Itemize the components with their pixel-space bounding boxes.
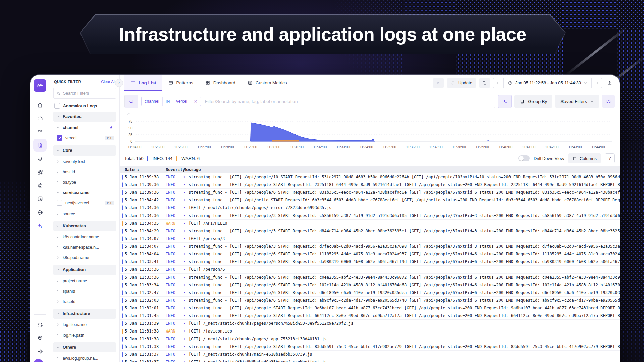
- filter-field-log-file-path[interactable]: log.file.path: [53, 330, 116, 340]
- expand-row-icon[interactable]: [184, 253, 189, 255]
- ai-filter-button[interactable]: [498, 95, 512, 108]
- table-row[interactable]: 5 Jan 11:34:42INFOstreaming_func - [GET]…: [120, 196, 620, 204]
- tab-custom-metrics[interactable]: Custom Metrics: [241, 75, 293, 91]
- user-avatar[interactable]: [33, 359, 43, 362]
- query-builder-button[interactable]: [125, 95, 138, 108]
- filter-field-k8s-container-name[interactable]: k8s.container.name: [53, 232, 116, 242]
- table-row[interactable]: 5 Jan 11:34:07INFOstreaming_func - [GET]…: [120, 243, 620, 250]
- filter-field-k8s-namespace-n-[interactable]: k8s.namespace.n...: [53, 242, 116, 252]
- table-row[interactable]: 5 Jan 11:34:07INFO[GET] /person/3: [120, 235, 620, 243]
- time-shift-back-button[interactable]: [493, 78, 503, 88]
- filter-field-log-file-name[interactable]: log.file.name: [53, 319, 116, 330]
- filter-field-channel[interactable]: channel: [53, 122, 116, 133]
- table-row[interactable]: 5 Jan 11:32:01INFOstreaming_func - [GET]…: [120, 304, 620, 312]
- alerts-icon[interactable]: [33, 152, 47, 165]
- expand-row-icon[interactable]: [184, 230, 189, 232]
- expand-row-icon[interactable]: [184, 191, 189, 193]
- expand-row-icon[interactable]: [184, 207, 189, 209]
- tab-patterns[interactable]: Patterns: [162, 75, 199, 91]
- saved-filters-button[interactable]: Saved Filters: [555, 95, 599, 108]
- filter-field-traceid[interactable]: traceId: [53, 296, 116, 307]
- expand-row-icon[interactable]: [184, 222, 189, 224]
- expand-row-icon[interactable]: [184, 199, 189, 201]
- expand-row-icon[interactable]: [184, 338, 189, 340]
- expand-row-icon[interactable]: [184, 346, 189, 348]
- filter-value-vercel[interactable]: vercel150: [53, 133, 116, 143]
- filter-section-application[interactable]: Application: [53, 265, 116, 275]
- histogram-chart[interactable]: 755025011:24:0011:25:0011:26:0011:27:001…: [124, 117, 615, 151]
- expand-row-icon[interactable]: [184, 261, 189, 263]
- expand-row-icon[interactable]: [184, 238, 189, 240]
- table-row[interactable]: 5 Jan 11:34:36INFOstreaming_func - [GET]…: [120, 212, 620, 220]
- expand-row-icon[interactable]: [184, 268, 189, 270]
- play-button[interactable]: [433, 78, 444, 88]
- table-row[interactable]: 5 Jan 11:31:39INFO[GET] /_next/static/ch…: [120, 320, 620, 327]
- filter-chip-value[interactable]: vercel: [173, 97, 190, 106]
- expand-row-icon[interactable]: [184, 299, 189, 301]
- app-logo[interactable]: [34, 79, 46, 92]
- filter-field-os-type[interactable]: os.type: [53, 177, 116, 187]
- columns-button[interactable]: Columns: [568, 153, 601, 163]
- dashboards-icon[interactable]: [33, 166, 47, 178]
- filter-field-severitytext[interactable]: severityText: [53, 156, 116, 167]
- filter-section-infrastructure[interactable]: Infrastructure: [53, 309, 116, 319]
- filter-field-project-name[interactable]: project.name: [53, 276, 116, 286]
- table-row[interactable]: 5 Jan 11:32:47INFOstreaming_func - [GET]…: [120, 289, 620, 297]
- filter-chip[interactable]: channel IN vercel ✕: [141, 97, 201, 106]
- expand-row-icon[interactable]: [184, 315, 189, 317]
- services-icon[interactable]: [33, 112, 47, 125]
- tab-dashboard[interactable]: Dashboard: [199, 75, 241, 91]
- expand-row-icon[interactable]: [184, 322, 189, 324]
- value-checkbox[interactable]: [57, 200, 62, 206]
- time-range-picker[interactable]: Jan 05 11:22:58 - Jan 05 11:44:30: [503, 78, 592, 88]
- export-button[interactable]: [605, 78, 615, 88]
- table-row[interactable]: 5 Jan 11:31:37INFO[GET] /_next/static/A3…: [120, 358, 620, 362]
- expand-row-icon[interactable]: [184, 245, 189, 247]
- expand-row-icon[interactable]: [184, 176, 189, 178]
- table-row[interactable]: 5 Jan 11:31:38WARN[GET] /favicon.ico: [120, 327, 620, 335]
- traces-icon[interactable]: [33, 125, 47, 138]
- date-column-header[interactable]: Date ↓: [125, 167, 166, 172]
- filter-section-kubernetes[interactable]: Kubernetes: [53, 221, 116, 231]
- table-row[interactable]: 5 Jan 11:31:45INFOstreaming_func - [GET]…: [120, 312, 620, 320]
- filter-chip-close-icon[interactable]: ✕: [191, 97, 201, 106]
- filter-section-others[interactable]: Others: [53, 342, 116, 352]
- table-row[interactable]: 5 Jan 11:31:37INFO[GET] /_next/static/ch…: [120, 351, 620, 358]
- table-row[interactable]: 5 Jan 11:31:38INFOstreaming_func - [GET]…: [120, 343, 620, 351]
- package-icon[interactable]: [33, 331, 47, 344]
- filter-field-source[interactable]: source: [53, 208, 116, 219]
- filter-section-core[interactable]: Core: [53, 145, 116, 156]
- message-column-header[interactable]: Message: [184, 167, 620, 172]
- table-row[interactable]: 5 Jan 11:33:34INFOstreaming_func - [GET]…: [120, 281, 620, 289]
- clear-all-link[interactable]: Clear All: [101, 80, 115, 84]
- expand-row-icon[interactable]: [184, 276, 189, 278]
- copy-button[interactable]: [479, 78, 490, 88]
- save-filter-button[interactable]: [602, 95, 615, 108]
- update-button[interactable]: Update: [447, 78, 476, 88]
- integrations-icon[interactable]: [33, 206, 47, 219]
- expand-row-icon[interactable]: [184, 284, 189, 286]
- settings-icon[interactable]: [33, 345, 47, 358]
- help-button[interactable]: ?: [605, 153, 615, 163]
- filter-field-service-name[interactable]: service.name: [53, 187, 116, 198]
- table-row[interactable]: 5 Jan 11:34:35WARN[GET] /API/HELLO: [120, 220, 620, 227]
- expand-row-icon[interactable]: [184, 184, 189, 186]
- sort-desc-icon[interactable]: ↓: [137, 167, 139, 172]
- tab-log-list[interactable]: Log List: [124, 75, 162, 91]
- support-icon[interactable]: [33, 318, 47, 331]
- expand-row-icon[interactable]: [184, 330, 189, 332]
- table-row[interactable]: 5 Jan 11:39:38INFOstreaming_func - [GET]…: [120, 173, 620, 181]
- table-row[interactable]: 5 Jan 11:33:36INFO[GET] /person/6: [120, 266, 620, 274]
- collapse-panel-button[interactable]: ‹: [115, 79, 123, 87]
- filter-field-aws-log-group-na-[interactable]: aws.log.group.na...: [53, 353, 116, 362]
- filter-section-favorites[interactable]: Favorites: [53, 112, 116, 122]
- table-row[interactable]: 5 Jan 11:33:41INFOstreaming_func - [GET]…: [120, 258, 620, 266]
- table-row[interactable]: 5 Jan 11:32:03INFOstreaming_func - [GET]…: [120, 297, 620, 304]
- expand-row-icon[interactable]: [184, 353, 189, 355]
- expand-row-icon[interactable]: [184, 307, 189, 309]
- filter-field-spanid[interactable]: spanId: [53, 286, 116, 296]
- anomalous-logs-option[interactable]: Anomalous Logs: [54, 103, 115, 109]
- logs-icon[interactable]: [33, 139, 47, 152]
- expand-row-icon[interactable]: [184, 215, 189, 217]
- table-row[interactable]: 5 Jan 11:39:36INFOstreaming_func - [GET]…: [120, 189, 620, 196]
